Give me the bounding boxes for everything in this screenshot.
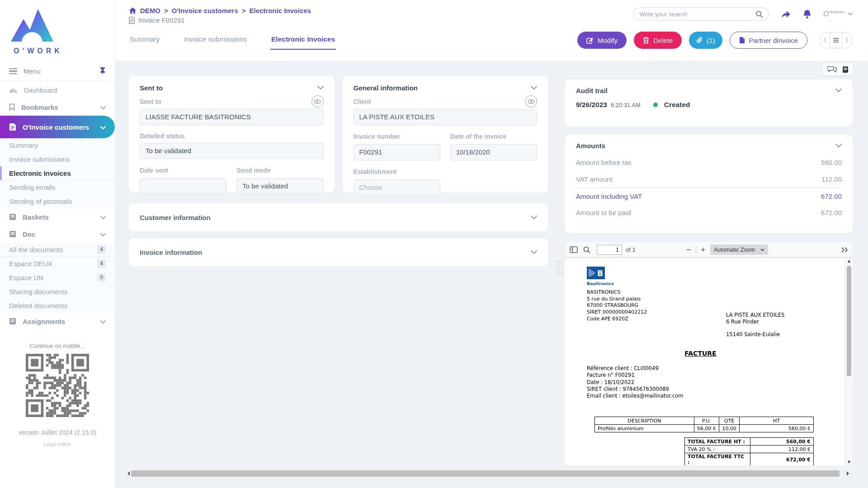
sidebar-item-bookmarks[interactable]: Bookmarks [0,99,115,116]
record-actions: Modify Delete (1) Partner dinvoice [577,32,853,49]
tab-electronic-invoices[interactable]: Electronic Invoices [270,32,336,50]
submenu-item-sharing-documents[interactable]: Sharing documents [0,285,115,299]
zoom-select[interactable]: Automatic Zoom [710,244,768,255]
submenu-item-espace-deux[interactable]: Espace DEUX 4 [0,257,115,271]
toolbar-divider [696,246,696,253]
send-mode-field[interactable]: To be validated [236,178,323,194]
next-record-button[interactable] [842,33,852,48]
invoice-logo-caption: Basitronics [587,281,614,286]
sidebar: O'WORK Menu Dashboard Bookmarks [0,0,115,488]
date-sent-field[interactable] [140,178,226,194]
collapse-chevron-icon[interactable] [835,89,842,93]
breadcrumb-root[interactable]: DEMO [140,7,160,14]
modify-button[interactable]: Modify [577,32,627,49]
scroll-right-icon[interactable] [847,471,849,476]
tab-invoice-submissions[interactable]: Invoice submissions [183,32,248,50]
scroll-left-icon[interactable] [127,471,130,476]
basitronics-logo: B [587,267,605,279]
scroll-up-icon[interactable]: ▲ [845,259,853,263]
customer-information-card[interactable]: Customer information [129,203,548,231]
pdf-sidebar-toggle-icon[interactable] [570,246,578,253]
collapse-chevron-icon[interactable] [531,86,537,90]
tab-summary[interactable]: Summary [129,32,160,50]
submenu-item-espace-un[interactable]: Espace UN 0 [0,271,115,285]
chevron-left-icon [823,38,826,43]
collapse-chevron-icon[interactable] [531,250,537,254]
submenu-label: Espace DEUX [9,260,52,267]
pdf-tools-expand-icon[interactable] [841,247,848,253]
pdf-vertical-scrollbar[interactable]: ▲ ▼ [845,258,853,465]
status-dot [653,103,658,107]
submenu-item-summary[interactable]: Summary [0,138,115,152]
submenu-label: Deleted documents [9,302,67,310]
partner-dinvoice-button[interactable]: Partner dinvoice [730,32,807,49]
sidebar-item-baskets[interactable]: Baskets [0,208,115,225]
submenu-label: Sending emails [9,183,56,191]
submenu-item-sending-postmails[interactable]: Sending of postmails [0,194,115,208]
pdf-toolbar: of 1 − + Automatic Zoom [565,242,853,258]
panel-resize-handle[interactable] [555,260,563,277]
submenu-item-sending-emails[interactable]: Sending emails [0,180,115,194]
detailed-status-field[interactable]: To be validated [140,143,324,159]
submenu-item-invoice-submissions[interactable]: Invoice submissions [0,152,115,166]
pdf-search-icon[interactable] [583,246,590,253]
collapse-chevron-icon[interactable] [835,144,842,148]
notes-icon[interactable] [842,66,849,73]
record-list-button[interactable] [830,33,842,48]
sidebar-item-dashboard[interactable]: Dashboard [0,81,115,99]
user-menu[interactable]: O'***** [823,10,853,18]
submenu-item-all-documents[interactable]: All the documents 4 [0,243,115,257]
zoom-in-button[interactable]: + [701,245,706,254]
content-area: Sent to Sent to LIASSE FACTURE BASITRONI… [115,61,868,488]
trash-icon [643,37,649,44]
scroll-down-icon[interactable]: ▼ [845,460,853,464]
horizontal-scrollbar[interactable] [127,470,849,477]
sidebar-menu-toggle[interactable]: Menu [0,61,115,81]
sidebar-item-oinvoice-customers[interactable]: O'Invoice customers [0,116,115,138]
invoice-date-field[interactable]: 10/18/2020 [450,144,537,160]
comments-icon[interactable] [827,66,837,73]
sidebar-item-doc[interactable]: Doc [0,225,115,243]
pdf-page-input[interactable] [597,245,622,255]
eye-icon[interactable] [311,95,324,108]
share-icon[interactable] [781,9,791,19]
sent-to-field[interactable]: LIASSE FACTURE BASITRONICS [140,109,324,125]
chevron-down-icon [100,318,106,325]
collapse-chevron-icon[interactable] [531,216,537,220]
invoice-number-field[interactable]: F00291 [354,144,440,160]
legal-notice-link[interactable]: Legal notice [0,441,115,447]
audit-event: Created [664,101,690,109]
bell-icon[interactable] [803,9,811,19]
collapse-chevron-icon[interactable] [317,86,324,90]
submenu-item-deleted-documents[interactable]: Deleted documents [0,299,115,313]
scrollbar-thumb[interactable] [847,266,851,376]
invoice-doc-icon [9,123,16,131]
scrollbar-thumb[interactable] [131,470,840,477]
baskets-icon [9,213,16,221]
breadcrumb-level2[interactable]: Electronic Invoices [249,7,311,14]
submenu-item-electronic-invoices[interactable]: Electronic Invoices [0,166,115,180]
amount-value: 112.00 [821,175,842,183]
establishment-select[interactable]: Choose [354,179,440,196]
amount-label: VAT amount [576,175,613,183]
delete-button[interactable]: Delete [634,32,682,49]
sidebar-item-assignments[interactable]: Assignments [0,313,115,330]
breadcrumb-separator: > [242,7,246,14]
count-badge: 4 [97,259,106,268]
document-icon [129,17,135,24]
search-icon[interactable] [755,10,763,18]
invoice-information-card[interactable]: Invoice information [129,238,548,266]
attachments-button[interactable]: (1) [689,32,722,49]
client-field[interactable]: LA PISTE AUX ETOILES [354,109,538,125]
submenu-label: Electronic Invoices [9,169,71,177]
prev-record-button[interactable] [820,33,830,48]
pin-icon[interactable] [99,67,106,75]
doc-icon [9,230,16,238]
breadcrumb-level1[interactable]: O'Invoice customers [172,7,238,14]
search-input[interactable] [639,11,755,18]
zoom-out-button[interactable]: − [686,245,691,254]
home-icon[interactable] [129,7,137,14]
eye-icon[interactable] [525,95,537,108]
record-pager [819,32,853,48]
audit-entry: 9/26/2023 6:20:31 AM Created [576,101,842,109]
